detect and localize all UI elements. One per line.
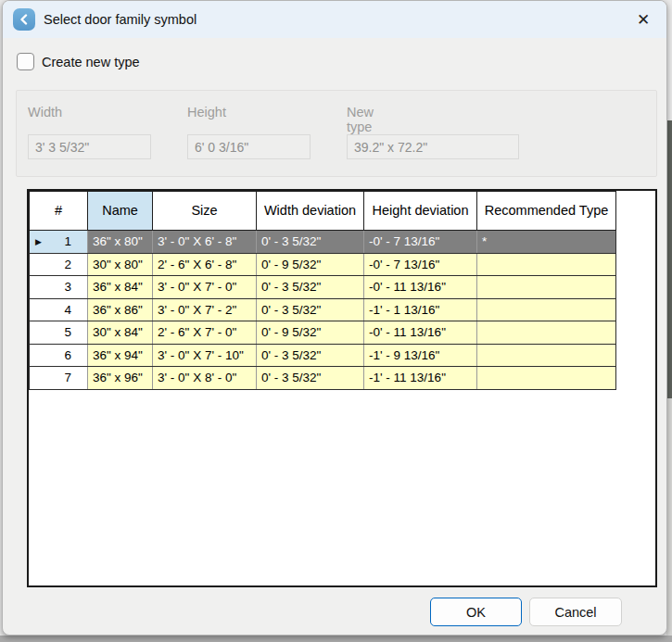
table-row[interactable]: ▶2 30" x 80" 2' - 6" X 6' - 8" 0' - 9 5/… xyxy=(30,253,616,276)
cell-height-deviation[interactable]: -1' - 1 13/16" xyxy=(364,298,477,321)
height-input[interactable]: 6' 0 3/16" xyxy=(187,134,311,159)
table-row[interactable]: ▶3 36" x 84" 3' - 0" X 7' - 0" 0' - 3 5/… xyxy=(30,276,616,299)
row-number: 7 xyxy=(64,371,71,384)
table-row[interactable]: ▶7 36" x 96" 3' - 0" X 8' - 0" 0' - 3 5/… xyxy=(30,367,616,390)
height-label: Height xyxy=(187,105,226,120)
cell-size[interactable]: 2' - 6" X 6' - 8" xyxy=(153,253,257,276)
row-number-cell[interactable]: ▶1 xyxy=(30,231,88,254)
header-height-deviation[interactable]: Height deviation xyxy=(364,192,477,231)
cell-width-deviation[interactable]: 0' - 3 5/32" xyxy=(257,231,364,254)
cancel-button[interactable]: Cancel xyxy=(529,598,622,626)
cell-height-deviation[interactable]: -0' - 11 13/16" xyxy=(364,321,477,345)
table-row[interactable]: ▶6 36" x 94" 3' - 0" X 7' - 10" 0' - 3 5… xyxy=(30,344,616,367)
create-new-type-checkbox[interactable] xyxy=(17,53,34,70)
cell-height-deviation[interactable]: -0' - 7 13/16" xyxy=(364,253,477,276)
width-label: Width xyxy=(28,105,62,120)
cell-recommended-type[interactable] xyxy=(477,321,616,345)
cell-size[interactable]: 2' - 6" X 7' - 0" xyxy=(153,321,257,345)
cell-name[interactable]: 36" x 94" xyxy=(88,344,153,367)
dimensions-panel: Width 3' 3 5/32" Height 6' 0 3/16" New t… xyxy=(16,90,657,177)
cell-name[interactable]: 36" x 84" xyxy=(88,276,153,299)
app-back-chevron-icon xyxy=(13,8,35,31)
table-row[interactable]: ▶5 30" x 84" 2' - 6" X 7' - 0" 0' - 9 5/… xyxy=(30,321,616,345)
cell-name[interactable]: 36" x 80" xyxy=(88,231,153,254)
cell-size[interactable]: 3' - 0" X 8' - 0" xyxy=(153,367,257,390)
cell-recommended-type[interactable] xyxy=(477,253,616,276)
cell-width-deviation[interactable]: 0' - 9 5/32" xyxy=(257,321,364,345)
width-input[interactable]: 3' 3 5/32" xyxy=(28,134,151,159)
cell-name[interactable]: 30" x 80" xyxy=(88,253,153,276)
cell-height-deviation[interactable]: -0' - 7 13/16" xyxy=(364,231,477,254)
select-door-family-symbol-dialog: Select door family symbol ✕ Create new t… xyxy=(2,0,667,636)
cell-name[interactable]: 36" x 86" xyxy=(88,298,153,321)
cell-name[interactable]: 30" x 84" xyxy=(88,321,153,345)
row-number-cell[interactable]: ▶4 xyxy=(30,298,88,321)
header-width-deviation[interactable]: Width deviation xyxy=(257,192,364,231)
door-types-table: # Name Size Width deviation Height devia… xyxy=(29,191,616,390)
new-type-name-input[interactable]: 39.2" x 72.2" xyxy=(347,134,519,159)
create-new-type-option[interactable]: Create new type xyxy=(17,53,140,70)
row-number: 2 xyxy=(64,258,71,271)
row-number-cell[interactable]: ▶7 xyxy=(30,367,88,390)
cell-width-deviation[interactable]: 0' - 3 5/32" xyxy=(257,298,364,321)
header-number[interactable]: # xyxy=(30,192,88,231)
create-new-type-label: Create new type xyxy=(42,55,140,69)
cell-width-deviation[interactable]: 0' - 3 5/32" xyxy=(257,276,364,299)
row-number-cell[interactable]: ▶2 xyxy=(30,253,88,276)
table-row[interactable]: ▶1 36" x 80" 3' - 0" X 6' - 8" 0' - 3 5/… xyxy=(30,231,616,254)
ok-button[interactable]: OK xyxy=(430,598,522,626)
cell-width-deviation[interactable]: 0' - 3 5/32" xyxy=(257,367,364,390)
cell-recommended-type[interactable] xyxy=(477,367,616,390)
cell-height-deviation[interactable]: -1' - 11 13/16" xyxy=(364,367,477,390)
row-number: 6 xyxy=(64,348,71,362)
row-number: 3 xyxy=(64,280,71,294)
cell-size[interactable]: 3' - 0" X 7' - 2" xyxy=(153,298,257,321)
table-header-row: # Name Size Width deviation Height devia… xyxy=(30,192,616,231)
cell-recommended-type[interactable] xyxy=(477,298,616,321)
cell-name[interactable]: 36" x 96" xyxy=(88,367,153,390)
door-types-grid[interactable]: # Name Size Width deviation Height devia… xyxy=(27,189,657,587)
close-icon[interactable]: ✕ xyxy=(633,9,653,30)
header-recommended-type[interactable]: Recommended Type xyxy=(477,192,616,231)
background-shadow-strip xyxy=(0,636,672,642)
cell-size[interactable]: 3' - 0" X 6' - 8" xyxy=(153,231,257,254)
cell-width-deviation[interactable]: 0' - 3 5/32" xyxy=(257,344,364,367)
table-row[interactable]: ▶4 36" x 86" 3' - 0" X 7' - 2" 0' - 3 5/… xyxy=(30,298,616,321)
cell-recommended-type[interactable] xyxy=(477,276,616,299)
cell-height-deviation[interactable]: -1' - 9 13/16" xyxy=(364,344,477,367)
cell-recommended-type[interactable]: * xyxy=(477,231,616,254)
row-number-cell[interactable]: ▶6 xyxy=(30,344,88,367)
row-number: 5 xyxy=(64,325,71,339)
header-name[interactable]: Name xyxy=(88,192,153,231)
cell-size[interactable]: 3' - 0" X 7' - 10" xyxy=(153,344,257,367)
row-number-cell[interactable]: ▶5 xyxy=(30,321,88,345)
dialog-title: Select door family symbol xyxy=(44,12,197,27)
cell-size[interactable]: 3' - 0" X 7' - 0" xyxy=(153,276,257,299)
row-number-cell[interactable]: ▶3 xyxy=(30,276,88,299)
header-size[interactable]: Size xyxy=(153,192,257,231)
cell-recommended-type[interactable] xyxy=(477,344,616,367)
row-number: 4 xyxy=(64,303,71,317)
row-number: 1 xyxy=(64,234,71,248)
row-selector-arrow-icon: ▶ xyxy=(35,237,42,246)
cell-width-deviation[interactable]: 0' - 9 5/32" xyxy=(257,253,364,276)
cell-height-deviation[interactable]: -0' - 11 13/16" xyxy=(364,276,477,299)
title-bar[interactable]: Select door family symbol ✕ xyxy=(3,1,666,38)
